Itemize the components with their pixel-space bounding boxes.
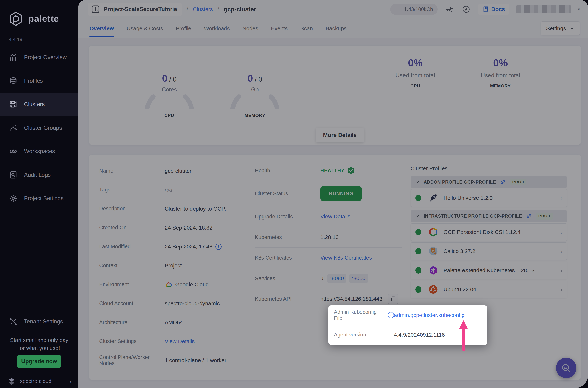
detail-label: Services: [255, 275, 320, 281]
sidebar-item-cluster-groups[interactable]: Cluster Groups: [0, 116, 78, 140]
check-circle-icon: [347, 167, 354, 174]
app-name: palette: [28, 13, 59, 24]
sidebar-item-audit-logs[interactable]: Audit Logs: [0, 163, 78, 187]
cluster-details-card: Name gcp-cluster Tags n/a Description Cl…: [89, 155, 581, 380]
sidebar-item-workspaces[interactable]: Workspaces: [0, 140, 78, 163]
memory-usage-percent: 0%: [464, 57, 537, 69]
user-name-redacted[interactable]: [516, 5, 571, 13]
infrastructure-profile-header[interactable]: INFRASTRUCTURE PROFILE GCP-PROFILE PROJ: [410, 210, 567, 222]
upgrade-now-button[interactable]: Upgrade now: [17, 355, 61, 368]
info-icon[interactable]: i: [388, 312, 394, 318]
status-dot: [415, 286, 421, 293]
cluster-status-badge: RUNNING: [320, 186, 362, 201]
detail-label: Name: [99, 168, 165, 174]
breadcrumb-clusters-link[interactable]: Clusters: [193, 6, 213, 12]
sidebar-nav: Project Overview Profiles Clusters Clust…: [0, 46, 78, 210]
chevron-down-icon: [415, 214, 420, 218]
tab-usage-costs[interactable]: Usage & Costs: [126, 20, 163, 37]
explore-button[interactable]: [461, 4, 471, 14]
sidebar-item-project-settings[interactable]: Project Settings: [0, 187, 78, 210]
sidebar-footer: spectro cloud ‹: [0, 375, 78, 388]
sidebar-item-profiles[interactable]: Profiles: [0, 69, 78, 93]
detail-row-services: Services ui :8080 :3000: [255, 268, 402, 289]
cluster-settings-view-details-link[interactable]: View Details: [165, 338, 195, 344]
profile-layer-palette-extended-kubernetes[interactable]: Palette eXtended Kubernetes 1.28.13 ›: [410, 262, 567, 279]
usage-overview-card: 0 / 0 Cores CPU 0 / 0 Gb MEMORY 0% Used …: [89, 46, 581, 145]
copy-icon: [390, 296, 396, 302]
sidebar-item-label: Workspaces: [24, 148, 55, 155]
detail-label: Environment: [99, 281, 165, 288]
user-menu-chevron-icon[interactable]: ▾: [578, 7, 580, 12]
health-value: HEALTHY: [320, 168, 345, 173]
app-version: 4.4.19: [0, 26, 78, 43]
profile-layer-ubuntu[interactable]: Ubuntu 22.04 ›: [410, 281, 567, 298]
detail-value: spectro-cloud-dynamic: [165, 300, 220, 307]
details-middle-column: Health HEALTHY Cluster Status RUNNING Up…: [255, 155, 402, 309]
cpu-gauge-value: 0 / 0: [141, 73, 198, 84]
detail-label: Health: [255, 168, 320, 174]
docs-button[interactable]: Docs: [478, 4, 509, 15]
ubuntu-icon: [428, 284, 438, 294]
profile-layer-gce-persistent-disk[interactable]: GCE Persistent Disk CSI 1.12.4 ›: [410, 223, 567, 241]
search-help-fab[interactable]: [556, 358, 576, 378]
upgrade-view-details-link[interactable]: View Details: [320, 214, 350, 220]
view-k8s-certificates-link[interactable]: View K8s Certificates: [320, 255, 372, 261]
tab-workloads[interactable]: Workloads: [204, 20, 230, 37]
feedback-chat-button[interactable]: [445, 4, 454, 14]
memory-usage-caption: Used from total: [464, 72, 537, 79]
sidebar-item-label: Profiles: [24, 78, 43, 84]
profile-layer-hello-universe[interactable]: Hello Universe 1.2.0 ›: [410, 189, 567, 207]
detail-row-cluster-status: Cluster Status RUNNING: [255, 181, 402, 206]
tab-backups[interactable]: Backups: [325, 20, 347, 37]
sidebar-item-project-overview[interactable]: Project Overview: [0, 46, 78, 69]
admin-kubeconfig-link[interactable]: admin.gcp-cluster.kubeconfig: [394, 312, 465, 318]
addon-profile-header[interactable]: ADDON PROFILE GCP-PROFILE PROJ: [410, 176, 567, 188]
agent-version-value: 4.4.9/20240912.1118: [394, 332, 445, 338]
agent-version-label-wrap: Agent version: [334, 332, 394, 338]
memory-metric-label: MEMORY: [227, 113, 283, 118]
tab-profile[interactable]: Profile: [176, 20, 192, 37]
detail-row-k8s-certificates: K8s Certificates View K8s Certificates: [255, 247, 402, 268]
sidebar-collapse-icon[interactable]: ‹: [70, 378, 72, 385]
cpu-usage-percent: 0%: [379, 57, 452, 69]
tab-events[interactable]: Events: [271, 20, 288, 37]
tab-nodes[interactable]: Nodes: [242, 20, 259, 37]
sidebar-item-label: Cluster Groups: [24, 125, 62, 131]
tab-scan[interactable]: Scan: [300, 20, 313, 37]
info-icon[interactable]: i: [215, 243, 222, 250]
copy-button[interactable]: [388, 294, 398, 304]
magnifier-icon: [561, 363, 572, 373]
palette-logo-icon: [8, 11, 24, 26]
service-port-link-8080[interactable]: :8080: [327, 274, 346, 283]
memory-total: 0: [258, 76, 262, 83]
last-modified-value: 24 Sep 2024, 17:48: [165, 243, 212, 250]
link-icon: [500, 179, 506, 185]
more-details-button[interactable]: More Details: [316, 128, 364, 143]
sidebar-item-clusters[interactable]: Clusters: [0, 93, 78, 116]
gear-icon: [9, 194, 18, 203]
profile-layer-name: Hello Universe 1.2.0: [443, 195, 561, 201]
project-selector[interactable]: Project-ScaleSecureTutoria: [88, 2, 182, 16]
spectro-cloud-logo: [7, 377, 16, 386]
top-bar: Project-ScaleSecureTutoria / Clusters / …: [78, 0, 588, 19]
chevron-right-icon: ›: [561, 248, 563, 255]
tenant-settings-row[interactable]: Tenant Settings: [0, 310, 78, 333]
detail-row-created-on: Created On 24 Sep 2024, 16:32: [99, 218, 249, 237]
api-url: https://34.54.126.181:443: [320, 296, 382, 302]
audit-log-icon: [9, 171, 18, 179]
detail-value: Project: [165, 263, 182, 269]
agent-version-label: Agent version: [334, 332, 366, 338]
services-value: ui :8080 :3000: [320, 274, 368, 283]
detail-value: 1 control-plane / 1 worker: [165, 357, 226, 364]
detail-value: n/a: [165, 187, 172, 193]
promo-line-2: for what you use!: [0, 344, 78, 352]
credits-indicator[interactable]: 1.43/100kCh: [390, 4, 438, 15]
service-port-link-3000[interactable]: :3000: [349, 274, 368, 283]
profile-layer-calico[interactable]: Calico 3.27.2 ›: [410, 242, 567, 260]
status-dot: [415, 267, 421, 274]
settings-button[interactable]: Settings: [541, 22, 580, 35]
tab-overview[interactable]: Overview: [89, 20, 114, 37]
profile-layer-name: Ubuntu 22.04: [443, 286, 561, 292]
detail-value: AMD64: [165, 319, 183, 326]
sidebar-item-tenant-settings[interactable]: Tenant Settings: [0, 310, 78, 333]
